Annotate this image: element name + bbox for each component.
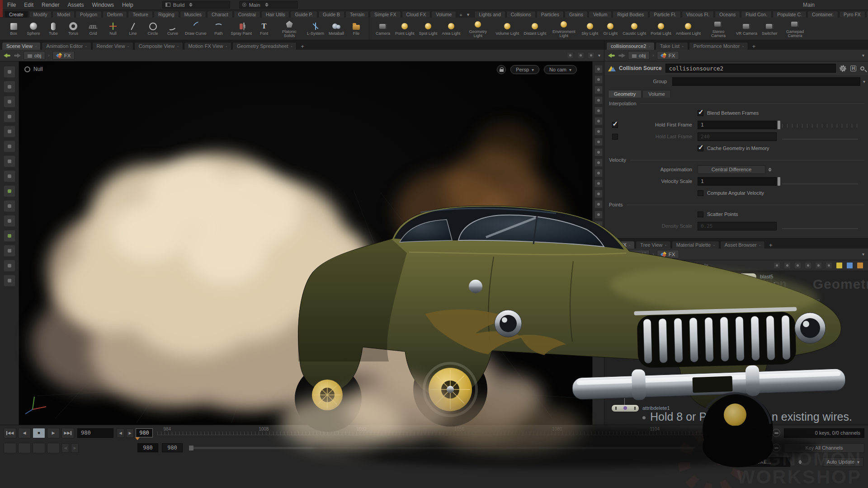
shadows-icon[interactable] [594, 107, 603, 115]
rotate-icon[interactable] [4, 96, 15, 108]
gear-icon[interactable] [840, 65, 846, 72]
pane-tab-close-icon[interactable]: ▪ [742, 45, 743, 48]
pane-tab[interactable]: Material Palette▪ [672, 241, 719, 249]
path-dropdown-icon[interactable]: ▾ [862, 252, 864, 257]
lighting-icon[interactable] [594, 96, 603, 104]
hold-last-frame-slider[interactable] [778, 132, 860, 141]
shelf-tab[interactable]: Guide B [318, 11, 344, 18]
pane-tab[interactable]: Asset Browser▪ [720, 241, 765, 249]
shelf-tab[interactable]: Sparse Pyr. [866, 11, 868, 18]
select-icon[interactable] [4, 66, 15, 78]
density-scale-input[interactable]: 0.25 [698, 222, 777, 230]
settings-icon[interactable] [594, 221, 603, 229]
playhead-frame-box[interactable]: 980 [136, 428, 153, 437]
shelf-tab[interactable]: Container. [807, 11, 838, 18]
shelf-tab[interactable]: Viscous Fl. [682, 11, 714, 18]
edit-icon[interactable] [4, 170, 15, 182]
shelf-tool[interactable]: Camera [373, 18, 393, 40]
jump-end-button[interactable]: ▶▶ [61, 428, 74, 438]
shelf-tool[interactable]: Geometry Light [462, 18, 493, 40]
desktop-selector[interactable]: Build [162, 1, 230, 9]
shelf-tool[interactable]: Distant Light [521, 18, 548, 40]
shelf-tool[interactable]: VR Camera [734, 18, 760, 40]
cache-geometry-checkbox[interactable] [698, 145, 703, 151]
shelf-tool[interactable]: Spot Light [417, 18, 440, 40]
background-icon[interactable] [594, 127, 603, 136]
path-dropdown-icon[interactable]: ▾ [598, 53, 600, 58]
pane-tab[interactable]: /obj/FX▪ [606, 241, 635, 249]
shelf-tab[interactable]: Guide P. [290, 11, 317, 18]
audio-icon[interactable] [18, 443, 31, 453]
playback-range-slider[interactable]: ◀ [189, 444, 713, 452]
param-folder-tab[interactable]: Volume [642, 90, 671, 98]
shelf-tab[interactable]: Volume [431, 11, 456, 18]
shelf-tool[interactable]: Stereo Camera [703, 18, 734, 40]
loop-icon[interactable] [33, 443, 45, 453]
culling-icon[interactable] [594, 169, 603, 177]
layout-grid-icon[interactable] [815, 262, 822, 269]
snapshot-icon[interactable] [594, 190, 603, 198]
shelf-tool[interactable]: Circle [143, 18, 163, 40]
new-pane-tab-button[interactable]: + [766, 242, 776, 249]
scale-icon[interactable] [4, 111, 15, 122]
shelf-tool[interactable]: Tube [43, 18, 63, 40]
container-orange-icon[interactable] [857, 262, 863, 269]
snap-icon[interactable] [4, 155, 15, 167]
pane-tab-close-icon[interactable]: ▪ [760, 244, 760, 247]
shelf-tool[interactable]: Torus [63, 18, 83, 40]
shelf-tab[interactable]: Cloud FX [402, 11, 431, 18]
key-all-channels-button[interactable]: Key All Channels [784, 443, 864, 453]
shelf-tool[interactable]: L-System [305, 18, 326, 40]
breadcrumb-fx[interactable]: FX [52, 51, 75, 60]
auto-key-icon[interactable] [772, 429, 780, 437]
shelf-tab[interactable]: Collisions [506, 11, 536, 18]
grid-view-icon[interactable] [805, 262, 811, 269]
shelf-tab[interactable]: Rigid Bodies [613, 11, 648, 18]
list-icon[interactable] [794, 262, 801, 269]
shelf-tool[interactable]: Sphere [24, 18, 43, 40]
material-display-icon[interactable] [594, 117, 603, 125]
range-end-input[interactable]: 1145 [744, 443, 765, 452]
pane-tab-close-icon[interactable]: ▪ [629, 244, 630, 247]
path-dropdown-icon[interactable]: ▾ [862, 53, 864, 58]
pane-tab-close-icon[interactable]: ▪ [649, 45, 650, 48]
current-frame-input[interactable]: 980 [77, 428, 113, 438]
breadcrumb-fx[interactable]: FX [657, 51, 679, 60]
menu-item[interactable]: Assets [67, 2, 84, 8]
pane-tab-close-icon[interactable]: ▪ [85, 45, 86, 48]
pane-tab-close-icon[interactable]: ▪ [127, 45, 128, 48]
node-name-input[interactable]: collisionsource2 [665, 64, 836, 73]
keyframe-options-icon[interactable] [4, 443, 16, 453]
pose-icon[interactable] [4, 126, 15, 137]
pane-tab-close-icon[interactable]: ▪ [713, 244, 714, 247]
new-pane-tab-button[interactable]: + [297, 43, 307, 50]
sync-icon[interactable] [588, 52, 594, 59]
menu-item[interactable]: File [7, 2, 16, 8]
simulation-spinner[interactable] [798, 460, 802, 464]
shelf-tool[interactable]: Ambient Light [674, 18, 703, 40]
breadcrumb-fx[interactable]: FX [657, 250, 679, 258]
network-menu-item[interactable]: Help [698, 263, 708, 268]
shelf-tab[interactable]: Terrain [345, 11, 369, 18]
jump-start-button[interactable]: ◀◀ [4, 428, 16, 438]
shelf-tool[interactable]: Curve [163, 18, 183, 40]
handles-icon[interactable] [4, 141, 15, 152]
shading-icon[interactable] [594, 65, 603, 73]
sticky-yellow-icon[interactable] [836, 262, 843, 269]
pane-tab-close-icon[interactable]: ▪ [226, 45, 226, 48]
pane-tab[interactable]: Performance Monitor▪ [689, 42, 748, 50]
translate-icon[interactable] [4, 81, 15, 93]
breadcrumb-obj[interactable]: obj [628, 51, 650, 60]
realtime-icon[interactable] [47, 443, 60, 453]
back-button[interactable] [4, 53, 11, 58]
playback-start-input[interactable]: 980 [162, 443, 183, 452]
groups-icon[interactable] [594, 159, 603, 167]
pane-tab-close-icon[interactable]: ▪ [682, 45, 683, 48]
node-blast5[interactable] [723, 273, 756, 280]
update-mode-select[interactable]: Auto Update▾ [823, 457, 863, 467]
shelf-tab[interactable]: Oceans [715, 11, 740, 18]
shelf-tab[interactable]: Vellum [589, 11, 612, 18]
network-menu-item[interactable]: Layout [675, 263, 691, 268]
scene-viewport[interactable]: Null Persp▾ No cam▾ [19, 61, 592, 425]
shelf-tab[interactable]: Model [52, 11, 75, 18]
